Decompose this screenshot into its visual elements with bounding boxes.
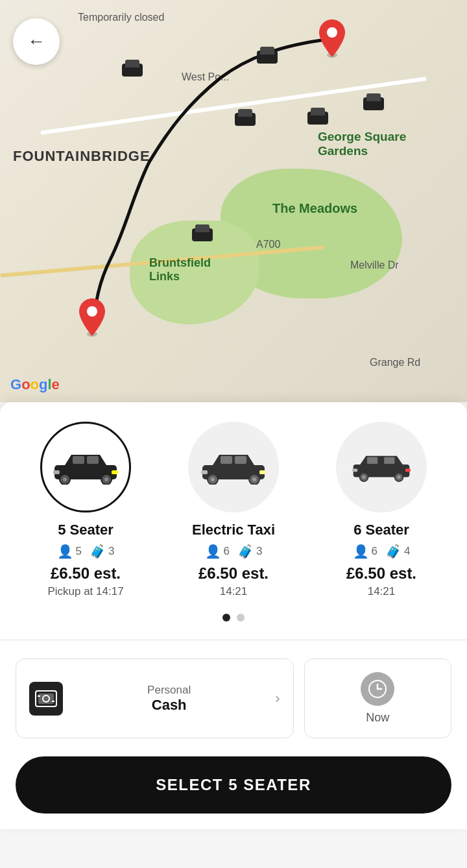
melville-label: Melville Dr (350, 259, 399, 271)
luggage-icon-6: 🧳 (385, 544, 401, 559)
svg-point-19 (252, 477, 256, 481)
back-arrow-icon: ← (27, 32, 45, 51)
vehicle-icon-6seater (336, 422, 427, 512)
cash-icon (35, 690, 57, 707)
svg-point-26 (363, 476, 366, 479)
map-area: FOUNTAINBRIDGE George SquareGardens The … (0, 0, 467, 402)
luggage-count-6seater: 🧳 4 (385, 544, 410, 559)
vehicle-time-6seater: 14:21 (368, 585, 396, 598)
svg-point-3 (87, 306, 97, 317)
svg-point-8 (63, 477, 67, 481)
svg-rect-30 (405, 468, 411, 472)
taxi-map-1 (122, 64, 143, 77)
clock-icon-wrap (361, 672, 394, 706)
payment-button[interactable]: Personal Cash › (16, 658, 294, 738)
svg-rect-29 (352, 468, 357, 472)
svg-point-17 (211, 477, 215, 481)
car-icon-6seater (352, 452, 411, 483)
svg-rect-6 (87, 456, 99, 464)
george-square-label: George SquareGardens (318, 130, 406, 158)
back-button[interactable]: ← (13, 18, 60, 65)
select-button-label: SELECT 5 SEATER (156, 776, 311, 793)
a700-label: A700 (256, 239, 280, 250)
passenger-count-6seater: 👤 6 (353, 544, 377, 559)
vehicle-price-6seater: £6.50 est. (346, 564, 416, 583)
passenger-count-5seater: 👤 5 (57, 544, 82, 559)
vehicle-meta-6seater: 👤 6 🧳 4 (353, 544, 411, 559)
schedule-button[interactable]: Now (304, 658, 451, 738)
svg-rect-11 (53, 470, 60, 474)
svg-rect-23 (367, 457, 377, 464)
svg-point-28 (398, 476, 401, 479)
car-icon-5seater (53, 450, 118, 485)
origin-pin (77, 298, 108, 337)
temp-closed-label: Temporarily closed (78, 12, 164, 23)
vehicle-icon-5seater (40, 422, 131, 512)
taxi-map-6 (192, 228, 213, 241)
svg-rect-12 (112, 470, 118, 474)
taxi-map-2 (257, 51, 278, 64)
schedule-label: Now (366, 711, 389, 725)
west-po-label: West Po... (182, 71, 230, 83)
vehicles-row: 5 Seater 👤 5 🧳 3 £6.50 est. Pickup at 14… (16, 422, 451, 598)
payment-value: Cash (73, 697, 265, 714)
fountainbridge-label: FOUNTAINBRIDGE (13, 148, 150, 165)
options-row: Personal Cash › Now (16, 658, 451, 738)
svg-rect-5 (73, 456, 84, 464)
person-icon-6: 👤 (353, 544, 369, 559)
vehicle-card-electric[interactable]: Electric Taxi 👤 6 🧳 3 £6.50 est. 14:21 (163, 422, 304, 598)
cash-icon-wrap (29, 682, 63, 716)
carousel-dots (16, 614, 451, 621)
google-logo: Google (10, 376, 60, 393)
payment-chevron-icon: › (275, 690, 280, 707)
vehicle-meta-electric: 👤 6 🧳 3 (205, 544, 263, 559)
taxi-map-5 (307, 112, 328, 125)
vehicle-name-electric: Electric Taxi (192, 522, 275, 538)
taxi-map-4 (235, 113, 256, 126)
payment-label: Personal (73, 684, 265, 697)
taxi-map-3 (363, 97, 384, 110)
vehicle-meta-5seater: 👤 5 🧳 3 (57, 544, 115, 559)
svg-rect-20 (201, 470, 208, 474)
grange-label: Grange Rd (370, 357, 420, 368)
dot-2[interactable] (237, 614, 245, 621)
person-icon-e: 👤 (205, 544, 221, 559)
select-vehicle-button[interactable]: SELECT 5 SEATER (16, 756, 451, 814)
vehicle-price-electric: £6.50 est. (198, 564, 269, 583)
luggage-icon: 🧳 (90, 544, 106, 559)
person-icon: 👤 (57, 544, 73, 559)
destination-pin (317, 19, 348, 58)
vehicle-icon-electric (188, 422, 279, 512)
payment-text: Personal Cash (73, 684, 265, 714)
svg-point-1 (327, 27, 337, 38)
car-icon-electric (201, 450, 266, 485)
svg-point-10 (104, 477, 108, 481)
bottom-panel: 5 Seater 👤 5 🧳 3 £6.50 est. Pickup at 14… (0, 402, 467, 829)
clock-icon (368, 679, 387, 699)
vehicle-name-5seater: 5 Seater (58, 522, 114, 538)
svg-rect-24 (384, 457, 394, 464)
vehicle-card-5seater[interactable]: 5 Seater 👤 5 🧳 3 £6.50 est. Pickup at 14… (16, 422, 156, 598)
vehicle-time-electric: 14:21 (220, 585, 248, 598)
bruntsfield-label: BruntsfieldLinks (149, 256, 211, 283)
vehicle-time-5seater: Pickup at 14:17 (47, 585, 123, 598)
vehicle-name-6seater: 6 Seater (353, 522, 409, 538)
vehicle-price-5seater: £6.50 est. (51, 564, 121, 583)
meadows-label: The Meadows (272, 201, 357, 216)
passenger-count-electric: 👤 6 (205, 544, 230, 559)
luggage-icon-e: 🧳 (237, 544, 254, 559)
vehicle-card-6seater[interactable]: 6 Seater 👤 6 🧳 4 £6.50 est. 14:21 (311, 422, 451, 598)
dot-1[interactable] (222, 614, 230, 621)
luggage-count-5seater: 🧳 3 (90, 544, 114, 559)
section-divider (0, 640, 467, 640)
svg-rect-14 (221, 456, 232, 464)
svg-rect-21 (259, 470, 266, 474)
svg-rect-15 (235, 456, 246, 464)
luggage-count-electric: 🧳 3 (237, 544, 262, 559)
